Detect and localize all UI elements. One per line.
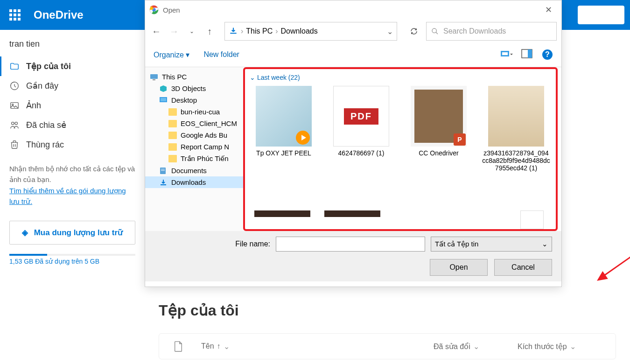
recent-dropdown-icon[interactable]: ⌄ <box>185 25 198 38</box>
breadcrumb-separator: › <box>241 27 243 35</box>
svg-rect-10 <box>528 49 532 58</box>
folder-icon <box>168 155 177 162</box>
recent-icon <box>9 81 20 91</box>
file-name: 4624786697 (1) <box>327 149 395 157</box>
search-icon <box>431 28 439 35</box>
filename-input[interactable] <box>276 237 425 252</box>
sidebar-item-shared[interactable]: Đã chia sẻ <box>0 115 145 135</box>
tree-item-folder[interactable]: Trần Phúc Tiến <box>145 153 243 165</box>
tree-item-folder[interactable]: bun-rieu-cua <box>145 106 243 118</box>
sidebar: tran tien Tệp của tôi Gần đây Ảnh Đã chi… <box>0 30 145 364</box>
breadcrumb-item[interactable]: This PC <box>246 27 273 35</box>
sidebar-item-label: Thùng rác <box>26 140 64 150</box>
chevron-down-icon[interactable]: ⌄ <box>387 27 393 36</box>
svg-text:?: ? <box>545 50 550 58</box>
tree-item-folder[interactable]: Google Ads Bu <box>145 129 243 141</box>
svg-rect-8 <box>502 52 508 55</box>
pdf-icon: PDF <box>344 108 378 125</box>
chevron-down-icon: ⌄ <box>570 342 576 351</box>
tree-item-thispc[interactable]: This PC <box>145 71 243 83</box>
new-folder-button[interactable]: New folder <box>203 50 239 59</box>
sidebar-item-label: Ảnh <box>26 100 41 111</box>
cancel-button[interactable]: Cancel <box>494 259 552 276</box>
folder-icon <box>168 132 177 139</box>
svg-rect-16 <box>161 98 166 101</box>
tree-item-documents[interactable]: Documents <box>145 165 243 176</box>
organize-button[interactable]: Organize ▾ <box>154 50 189 59</box>
chevron-down-icon: ⌄ <box>250 74 255 81</box>
app-title: OneDrive <box>34 8 84 21</box>
tree-item-folder[interactable]: Report Camp N <box>145 141 243 153</box>
sidebar-item-label: Tệp của tôi <box>26 61 71 71</box>
breadcrumb[interactable]: › This PC › Downloads ⌄ <box>224 22 397 41</box>
folder-icon <box>168 120 177 127</box>
trash-icon <box>9 140 20 150</box>
column-modified[interactable]: Đã sửa đổi ⌄ <box>434 342 518 351</box>
documents-icon <box>159 167 168 175</box>
filename-label: File name: <box>235 240 270 248</box>
tree-item-3dobjects[interactable]: 3D Objects <box>145 83 243 94</box>
dialog-titlebar: Open ✕ <box>145 0 561 19</box>
files-panel: ⌄ Last week (22) Tp OXY JET PEEL PDF <box>243 67 558 231</box>
up-button[interactable]: ↑ <box>203 25 216 38</box>
chrome-icon <box>149 5 159 15</box>
download-icon <box>229 27 238 36</box>
onedrive-search-right[interactable] <box>578 6 624 24</box>
svg-rect-14 <box>153 79 155 80</box>
sidebar-item-photos[interactable]: Ảnh <box>0 96 145 115</box>
chevron-down-icon: ⌄ <box>224 342 230 351</box>
powerpoint-icon: P <box>454 133 466 146</box>
help-icon[interactable]: ? <box>542 49 553 60</box>
column-size[interactable]: Kích thước tệp ⌄ <box>518 342 602 351</box>
sort-up-icon: ↑ <box>217 342 221 350</box>
dialog-footer: File name: Tất cả Tệp tin ⌄ Open Cancel <box>145 231 561 281</box>
close-icon[interactable]: ✕ <box>539 2 558 18</box>
storage-bar <box>9 254 135 256</box>
app-launcher-icon[interactable] <box>6 6 24 24</box>
file-item[interactable]: PDF 4624786697 (1) <box>327 86 395 172</box>
dialog-nav-bar: ← → ⌄ ↑ › This PC › Downloads ⌄ Search D… <box>145 19 561 45</box>
sidebar-item-myfiles[interactable]: Tệp của tôi <box>0 56 145 76</box>
storage-info-link[interactable]: Tìm hiểu thêm về các gói dung lượng lưu … <box>9 186 135 207</box>
sidebar-item-trash[interactable]: Thùng rác <box>0 135 145 154</box>
pc-icon <box>150 73 158 81</box>
storage-promo-text: Nhận thêm bộ nhớ cho tất cả các tệp và ả… <box>9 165 135 183</box>
buy-storage-button[interactable]: ◈ Mua dung lượng lưu trữ <box>9 221 135 245</box>
file-item[interactable]: P CC Onedriver <box>405 86 473 172</box>
file-item[interactable]: Tp OXY JET PEEL <box>250 86 318 172</box>
column-name[interactable]: Tên ↑ ⌄ <box>201 342 434 351</box>
breadcrumb-separator: › <box>275 27 278 35</box>
tree-item-folder[interactable]: EOS_Client_HCM <box>145 118 243 129</box>
sidebar-item-recent[interactable]: Gần đây <box>0 76 145 96</box>
download-icon <box>159 179 168 186</box>
tree-item-desktop[interactable]: Desktop <box>145 94 243 106</box>
group-header[interactable]: ⌄ Last week (22) <box>250 74 551 81</box>
file-name: z3943163728794_094cc8a82bf9f9e4d9488dc79… <box>482 149 550 172</box>
storage-promo: Nhận thêm bộ nhớ cho tất cả các tệp và ả… <box>0 154 145 216</box>
file-item[interactable]: z3943163728794_094cc8a82bf9f9e4d9488dc79… <box>482 86 550 172</box>
sidebar-item-label: Đã chia sẻ <box>26 120 66 130</box>
shared-icon <box>9 120 20 130</box>
dialog-search-input[interactable]: Search Downloads <box>426 22 557 41</box>
view-mode-icon[interactable] <box>501 49 512 60</box>
svg-rect-13 <box>150 74 158 79</box>
svg-rect-18 <box>161 169 165 169</box>
back-button[interactable]: ← <box>150 25 163 38</box>
dialog-toolbar: Organize ▾ New folder ? <box>145 45 561 67</box>
svg-point-6 <box>432 28 436 33</box>
sidebar-item-label: Gần đây <box>26 81 58 91</box>
dropdown-arrow-icon: ▾ <box>186 51 189 59</box>
svg-point-2 <box>12 122 14 125</box>
open-button[interactable]: Open <box>430 259 488 276</box>
refresh-button[interactable] <box>406 24 421 39</box>
svg-point-3 <box>15 122 17 125</box>
filetype-select[interactable]: Tất cả Tệp tin ⌄ <box>431 237 552 252</box>
file-name: CC Onedriver <box>405 149 473 157</box>
preview-pane-icon[interactable] <box>521 49 532 60</box>
page-title: Tệp của tôi <box>159 301 616 319</box>
storage-used-text: 1,53 GB Đã sử dụng trên 5 GB <box>0 258 145 265</box>
tree-item-downloads[interactable]: Downloads <box>145 176 243 188</box>
breadcrumb-item[interactable]: Downloads <box>281 27 318 35</box>
file-list-header: Tên ↑ ⌄ Đã sửa đổi ⌄ Kích thước tệp ⌄ <box>159 333 616 359</box>
forward-button[interactable]: → <box>168 25 181 38</box>
